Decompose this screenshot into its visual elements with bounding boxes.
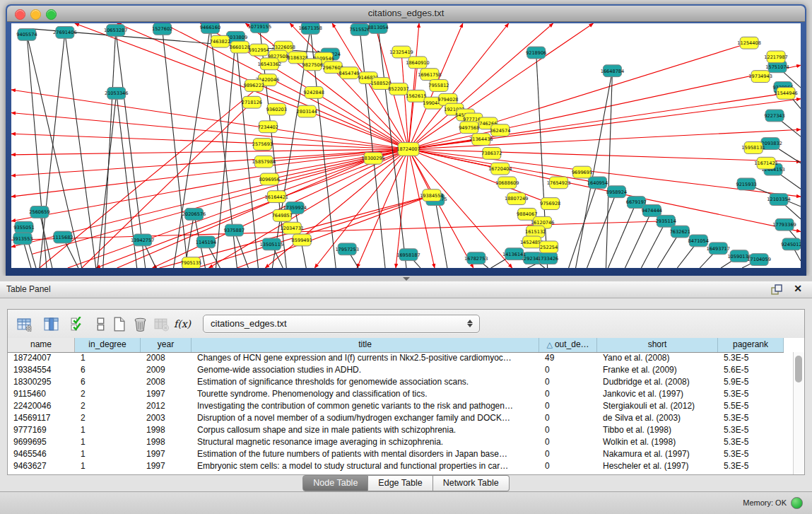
column-header-title[interactable]: title	[192, 338, 539, 352]
show-columns-button[interactable]	[40, 314, 61, 334]
table-row[interactable]: 1456911722003Disruption of a novel membe…	[8, 412, 794, 424]
graph-node[interactable]: 9227343	[764, 110, 784, 122]
tab-edge-table[interactable]: Edge Table	[368, 475, 433, 491]
graph-node[interactable]: 9827506	[302, 59, 323, 71]
graph-node[interactable]: 2718126	[242, 96, 262, 108]
graph-node[interactable]: 1640954	[587, 177, 608, 189]
graph-node[interactable]: 8813054	[367, 23, 388, 33]
graph-node[interactable]: 7515526	[349, 23, 370, 35]
graph-node[interactable]: 1115682	[52, 231, 73, 243]
graph-node[interactable]: 12103354	[767, 194, 790, 206]
graph-node[interactable]: 8958924	[606, 186, 627, 198]
graph-node[interactable]: 11254408	[737, 37, 760, 49]
graph-node[interactable]: 7905135	[181, 257, 201, 268]
network-window-titlebar[interactable]: citations_edges.txt	[7, 6, 805, 22]
delete-column-button[interactable]	[129, 314, 151, 334]
graph-node[interactable]: 9756928	[540, 198, 560, 210]
graph-node[interactable]: 9360203	[266, 103, 287, 115]
tab-node-table[interactable]: Node Table	[302, 475, 368, 491]
graph-node[interactable]: 10688609	[495, 177, 519, 189]
table-row[interactable]: 1938455462009Genome-wide association stu…	[8, 364, 794, 376]
graph-node[interactable]: 13505115	[260, 238, 283, 250]
graph-node[interactable]: 18807249	[505, 193, 528, 205]
column-header-year[interactable]: year	[141, 338, 192, 352]
graph-node[interactable]: 12217987	[764, 51, 787, 63]
table-mode-button[interactable]	[13, 314, 35, 334]
graph-node[interactable]: 17654923	[547, 177, 570, 189]
column-header-name[interactable]: name	[8, 338, 75, 352]
graph-node[interactable]: 16543362	[258, 58, 281, 70]
split-divider[interactable]	[0, 276, 812, 281]
graph-node[interactable]: 7463822	[210, 35, 230, 47]
graph-node[interactable]: 252254	[540, 241, 558, 253]
graph-node[interactable]: 1615132	[525, 226, 546, 238]
graph-node[interactable]: 13942757	[131, 234, 154, 246]
graph-node[interactable]: 9242848	[304, 86, 324, 98]
graph-node[interactable]: 16720404	[488, 163, 512, 175]
graph-node[interactable]: 16648784	[601, 65, 624, 77]
graph-node[interactable]: 9375887	[224, 224, 245, 236]
graph-node[interactable]: 9355051	[13, 221, 34, 233]
graph-node[interactable]: 1733426	[538, 252, 558, 264]
table-row[interactable]: 1830029562008Estimation of significance …	[8, 376, 794, 388]
vertical-scrollbar[interactable]	[793, 352, 804, 474]
graph-node[interactable]: 7649857	[272, 209, 293, 221]
graph-node[interactable]: 18724007	[396, 143, 420, 156]
graph-node[interactable]: 16961758	[418, 69, 441, 81]
graph-node[interactable]: 19734943	[748, 71, 772, 83]
graph-node[interactable]: 8096956	[259, 173, 280, 185]
table-row[interactable]: 911546021997Tourette syndrome. Phenomeno…	[8, 388, 794, 400]
graph-node[interactable]: 12034731	[281, 222, 304, 234]
graph-node[interactable]: 15857984	[252, 156, 276, 168]
graph-node[interactable]: 16958187	[396, 249, 420, 261]
graph-node[interactable]: 20206576	[182, 208, 206, 220]
graph-node[interactable]: 19384554	[420, 189, 443, 201]
graph-node[interactable]: 9474444	[642, 205, 662, 217]
graph-node[interactable]: 9218906	[526, 47, 546, 59]
table-row[interactable]: 977716911998Corpus callosum shape and si…	[8, 424, 794, 436]
function-builder-button[interactable]: f(x)	[172, 314, 193, 334]
graph-node[interactable]: 9896222	[244, 80, 264, 92]
graph-node[interactable]: 10653287	[104, 24, 127, 36]
graph-node[interactable]: 11544946	[774, 87, 797, 99]
graph-node[interactable]: 7632621	[670, 226, 690, 238]
graph-node[interactable]: 12325419	[389, 46, 413, 58]
graph-node[interactable]: 16164421	[265, 191, 288, 203]
graph-node[interactable]: 8660128	[230, 41, 250, 53]
new-column-button[interactable]	[108, 314, 129, 334]
graph-node[interactable]: 16782753	[464, 252, 488, 264]
graph-node[interactable]: 15958131	[741, 142, 765, 154]
graph-node[interactable]: 21053346	[105, 87, 128, 99]
graph-node[interactable]: 9245012	[781, 238, 801, 250]
table-row[interactable]: 969969511998Structural magnetic resonanc…	[8, 436, 794, 448]
graph-node[interactable]: 3624574	[490, 124, 510, 136]
graph-node[interactable]: 3913553	[12, 233, 33, 245]
float-panel-icon[interactable]	[771, 284, 782, 296]
graph-node[interactable]: 17104059	[747, 254, 770, 266]
column-header-in_degree[interactable]: in_degree	[75, 338, 141, 352]
graph-node[interactable]: 8599491	[292, 234, 312, 246]
graph-node[interactable]: 7955812	[428, 80, 449, 92]
table-row[interactable]: 946554611997Estimation of the future num…	[8, 448, 794, 460]
table-row[interactable]: 2242004622012Investigating the contribut…	[8, 400, 794, 412]
graph-node[interactable]: 9405574	[16, 28, 37, 40]
graph-node[interactable]: 16671358	[298, 23, 322, 34]
graph-node[interactable]: 18640910	[406, 57, 429, 69]
graph-node[interactable]: 7386372	[481, 147, 502, 159]
table-row[interactable]: 946362711997Embryonic stem cells: a mode…	[8, 460, 794, 472]
graph-node[interactable]: 14136141	[502, 248, 526, 260]
graph-node[interactable]: 2560659	[29, 206, 49, 218]
column-header-out_de[interactable]: △out_de…	[539, 338, 597, 352]
tab-network-table[interactable]: Network Table	[433, 475, 510, 491]
graph-node[interactable]: 10719155	[248, 23, 271, 33]
column-header-short[interactable]: short	[597, 338, 718, 352]
graph-node[interactable]: 21364436	[469, 134, 493, 146]
graph-node[interactable]: 18300295	[361, 152, 384, 164]
graph-node[interactable]: 9497568	[459, 122, 479, 134]
close-panel-icon[interactable]: ✕	[794, 283, 802, 294]
graph-node[interactable]: 2803144	[297, 105, 317, 117]
graph-node[interactable]: 11671421	[754, 157, 777, 169]
graph-node[interactable]: 8454749	[339, 67, 359, 79]
graph-node[interactable]: 27691406	[53, 26, 76, 38]
graph-node[interactable]: 5912954	[249, 44, 269, 56]
